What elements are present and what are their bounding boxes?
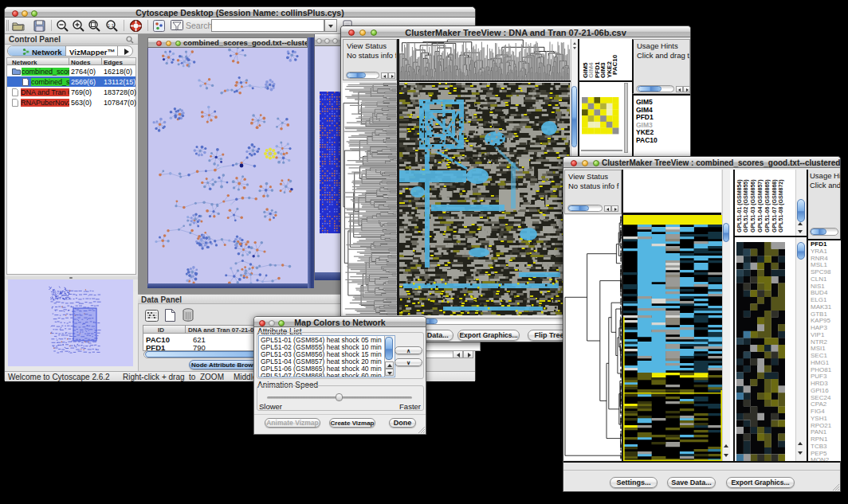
svg-text:1:1: 1:1 — [108, 23, 115, 28]
